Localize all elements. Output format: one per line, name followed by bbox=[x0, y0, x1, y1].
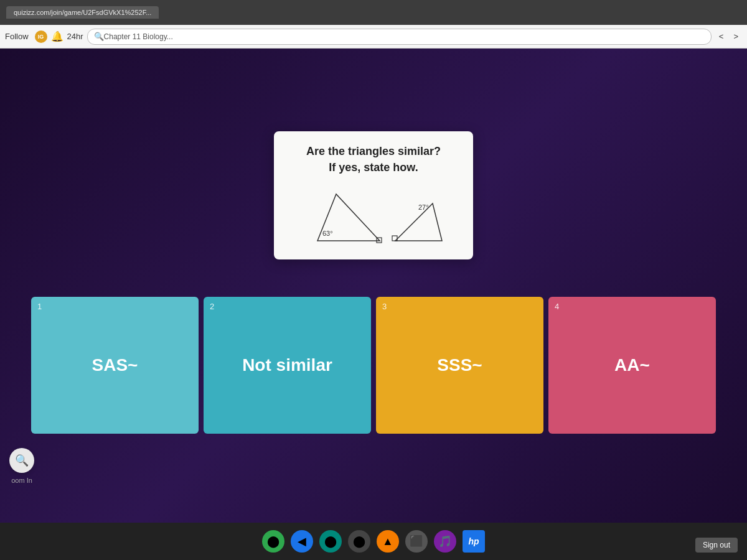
taskbar-icon-3[interactable]: ⬤ bbox=[319, 530, 342, 553]
ig-icon[interactable]: IG bbox=[35, 30, 47, 43]
back-button[interactable]: < bbox=[715, 30, 728, 43]
taskbar-icon-6[interactable]: ⬛ bbox=[405, 530, 428, 553]
answer-label-3: SSS~ bbox=[437, 355, 482, 375]
taskbar-icon-4[interactable]: ⬤ bbox=[348, 530, 370, 553]
notification-icon[interactable]: 🔔 bbox=[51, 30, 63, 42]
answer-number-1: 1 bbox=[37, 302, 42, 311]
time-label: 24hr bbox=[67, 32, 83, 41]
zoom-in-button[interactable]: 🔍 bbox=[9, 448, 34, 473]
taskbar-icon-7[interactable]: 🎵 bbox=[434, 530, 456, 553]
address-bar[interactable]: 🔍 Chapter 11 Biology... bbox=[87, 29, 712, 45]
answer-number-3: 3 bbox=[382, 302, 387, 311]
browser-chrome: quizizz.com/join/game/U2FsdGVkX1%252F... bbox=[0, 0, 747, 25]
svg-text:27°: 27° bbox=[418, 203, 429, 211]
forward-button[interactable]: > bbox=[730, 30, 742, 43]
question-text: Are the triangles similar? If yes, state… bbox=[293, 144, 454, 175]
answer-button-3[interactable]: 3 SSS~ bbox=[376, 297, 543, 434]
taskbar-icon-5[interactable]: ▲ bbox=[377, 530, 399, 553]
answer-button-2[interactable]: 2 Not similar bbox=[204, 297, 371, 434]
main-content: Are the triangles similar? If yes, state… bbox=[0, 49, 747, 523]
answer-number-4: 4 bbox=[555, 302, 559, 311]
question-card: Are the triangles similar? If yes, state… bbox=[274, 131, 473, 259]
follow-label: Follow bbox=[5, 32, 29, 41]
zoom-label: oom In bbox=[5, 477, 39, 484]
answer-label-1: SAS~ bbox=[92, 355, 138, 375]
search-icon: 🔍 bbox=[94, 32, 104, 41]
answer-label-4: AA~ bbox=[614, 355, 650, 375]
answers-row: 1 SAS~ 2 Not similar 3 SSS~ 4 AA~ bbox=[31, 297, 716, 434]
answer-button-1[interactable]: 1 SAS~ bbox=[31, 297, 199, 434]
answer-label-2: Not similar bbox=[242, 355, 332, 375]
taskbar: ⬤ ◀ ⬤ ⬤ ▲ ⬛ 🎵 hp Sign out bbox=[0, 523, 747, 560]
browser-tab[interactable]: quizizz.com/join/game/U2FsdGVkX1%252F... bbox=[6, 6, 159, 19]
browser-toolbar: Follow IG 🔔 24hr 🔍 Chapter 11 Biology...… bbox=[0, 25, 747, 49]
chapter-label: Chapter 11 Biology... bbox=[104, 32, 173, 41]
taskbar-icon-1[interactable]: ⬤ bbox=[262, 530, 284, 553]
triangle-diagram: 63° 27° bbox=[299, 185, 448, 247]
answer-number-2: 2 bbox=[210, 302, 214, 311]
hp-logo: hp bbox=[463, 530, 485, 553]
answer-button-4[interactable]: 4 AA~ bbox=[548, 297, 716, 434]
toolbar-right: < > bbox=[715, 30, 742, 43]
sign-out-button[interactable]: Sign out bbox=[695, 538, 738, 553]
taskbar-icon-2[interactable]: ◀ bbox=[291, 530, 313, 553]
svg-text:63°: 63° bbox=[322, 230, 333, 237]
